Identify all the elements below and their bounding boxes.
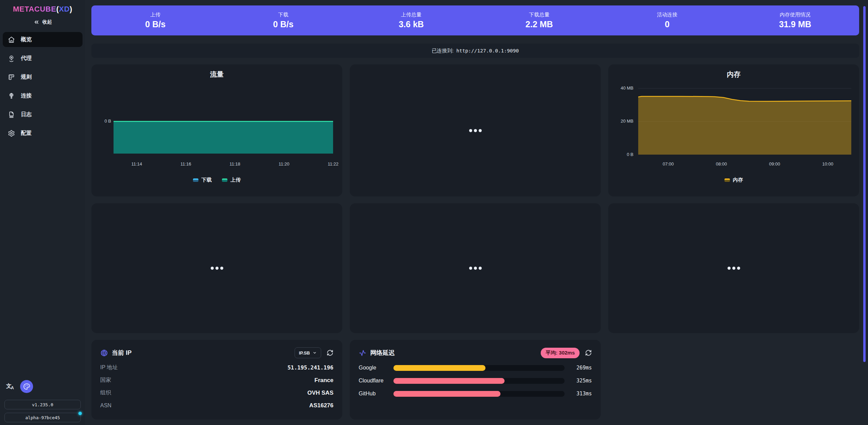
refresh-icon (327, 349, 333, 356)
ruler-icon (8, 74, 15, 81)
loading-dots (469, 129, 482, 132)
app-logo: METACUBE(XD) (0, 5, 85, 14)
ip-refresh-button[interactable] (327, 349, 333, 356)
latency-bar-track (393, 365, 565, 371)
stat-upload-total: 上传总量3.6 kB (347, 5, 475, 35)
memory-x-tick: 07:00 (663, 161, 674, 167)
download-legend-marker (193, 178, 198, 182)
traffic-x-tick: 11:14 (131, 161, 142, 167)
sidebar-item-proxies[interactable]: 代理 (3, 51, 83, 66)
logo-brand: METACUBE (13, 5, 56, 13)
current-ip-card: 当前 IP IP.SB IP 地址51.195.241.196 国家France… (91, 340, 342, 420)
home-icon (8, 36, 15, 43)
traffic-chart-card: 流量 0 B 11:14 11:16 11:18 11:20 11:22 下载 … (91, 64, 342, 196)
memory-x-tick: 08:00 (716, 161, 727, 167)
backend-url: http://127.0.0.1:9090 (456, 48, 519, 53)
traffic-x-tick: 11:16 (180, 161, 191, 167)
palette-icon (23, 383, 30, 390)
memory-y-tick: 0 B (614, 152, 633, 157)
globe-stand-icon (8, 55, 15, 62)
stat-upload: 上传0 B/s (91, 5, 219, 35)
connected-status-bar: 已连接到: http://127.0.0.1:9090 (91, 44, 859, 58)
memory-x-tick: 10:00 (822, 161, 834, 167)
update-indicator-dot (78, 412, 82, 415)
ui-version-button[interactable]: alpha-97bce45 (4, 413, 81, 422)
memory-chart-title: 内存 (608, 64, 859, 79)
network-globe-icon (8, 92, 15, 99)
scrollbar[interactable] (863, 0, 866, 425)
sidebar-bottom: 文A v1.235.0 alpha-97bce45 (0, 380, 85, 422)
latency-card-title: 网络延迟 (370, 349, 395, 357)
legend-item-download[interactable]: 下载 (193, 177, 212, 183)
connected-prefix: 已连接到: (432, 48, 453, 54)
file-text-icon (8, 111, 15, 118)
loading-card (350, 64, 601, 196)
latency-bar-fill (393, 365, 485, 371)
memory-chart-card: 内存 40 MB 20 MB 0 B 07:00 08:00 09:00 10:… (608, 64, 859, 196)
loading-card (91, 203, 342, 333)
loading-dots (211, 267, 223, 270)
latency-bar-track (393, 378, 565, 384)
sidebar-item-config[interactable]: 配置 (3, 126, 83, 141)
latency-row-github: GitHub 313ms (359, 387, 592, 400)
memory-x-tick: 09:00 (769, 161, 780, 167)
traffic-x-tick: 11:22 (328, 161, 339, 167)
main-content: 上传0 B/s 下载0 B/s 上传总量3.6 kB 下载总量2.2 MB 活动… (85, 0, 868, 425)
sidebar-item-logs[interactable]: 日志 (3, 107, 83, 122)
loading-dots (728, 267, 740, 270)
latency-bar-track (393, 391, 565, 397)
activity-icon (359, 349, 366, 357)
memory-y-tick: 40 MB (614, 85, 633, 91)
latency-refresh-button[interactable] (585, 349, 592, 356)
chevron-down-icon (313, 351, 317, 355)
loading-dots (469, 267, 482, 270)
sidebar-menu: 概览 代理 规则 连接 日志 配置 (3, 32, 83, 141)
core-version-button[interactable]: v1.235.0 (4, 400, 81, 409)
scrollbar-thumb[interactable] (863, 6, 866, 362)
sidebar-item-connections[interactable]: 连接 (3, 88, 83, 103)
traffic-y-tick: 0 B (99, 119, 111, 124)
stat-download: 下载0 B/s (219, 5, 347, 35)
refresh-icon (585, 349, 592, 356)
traffic-x-tick: 11:20 (279, 161, 289, 167)
latency-bar-fill (393, 391, 500, 397)
stat-active-connections: 活动连接0 (603, 5, 731, 35)
language-icon[interactable]: 文A (6, 383, 14, 390)
ip-address-row: IP 地址51.195.241.196 (100, 361, 333, 374)
traffic-area-series (114, 121, 333, 154)
sidebar-item-rules[interactable]: 规则 (3, 69, 83, 84)
theme-palette-button[interactable] (20, 380, 33, 393)
chevrons-left-icon (33, 19, 40, 25)
asn-row: ASNAS16276 (100, 399, 333, 412)
ip-card-title: 当前 IP (112, 349, 132, 357)
gear-icon (8, 130, 15, 137)
loading-card (350, 203, 601, 333)
network-latency-card: 网络延迟 平均: 302ms Google 269ms Cloudflare (350, 340, 601, 420)
globe-icon (100, 349, 108, 357)
latency-row-google: Google 269ms (359, 361, 592, 374)
collapse-label: 收起 (42, 19, 52, 25)
average-latency-badge: 平均: 302ms (541, 348, 580, 358)
legend-item-memory[interactable]: 内存 (724, 177, 743, 183)
collapse-sidebar-button[interactable]: 收起 (0, 17, 85, 27)
country-row: 国家France (100, 374, 333, 387)
memory-area-series (638, 83, 851, 155)
organization-row: 组织OVH SAS (100, 387, 333, 399)
logo-accent: XD (59, 5, 70, 13)
loading-card (608, 203, 859, 333)
ip-provider-select[interactable]: IP.SB (295, 347, 321, 358)
empty-grid-cell (608, 340, 859, 420)
traffic-chart-title: 流量 (91, 64, 342, 79)
stat-memory-usage: 内存使用情况31.9 MB (731, 5, 859, 35)
legend-item-upload[interactable]: 上传 (222, 177, 241, 183)
memory-legend: 内存 (608, 177, 859, 183)
sidebar-item-overview[interactable]: 概览 (3, 32, 83, 47)
traffic-legend: 下载 上传 (91, 177, 342, 183)
latency-row-cloudflare: Cloudflare 325ms (359, 374, 592, 387)
sidebar: METACUBE(XD) 收起 概览 代理 规则 连接 日志 配置 (0, 0, 85, 425)
dashboard-grid: 流量 0 B 11:14 11:16 11:18 11:20 11:22 下载 … (91, 64, 859, 420)
latency-bar-fill (393, 378, 505, 384)
stat-download-total: 下载总量2.2 MB (475, 5, 603, 35)
memory-legend-marker (724, 178, 730, 182)
traffic-x-tick: 11:18 (229, 161, 240, 167)
